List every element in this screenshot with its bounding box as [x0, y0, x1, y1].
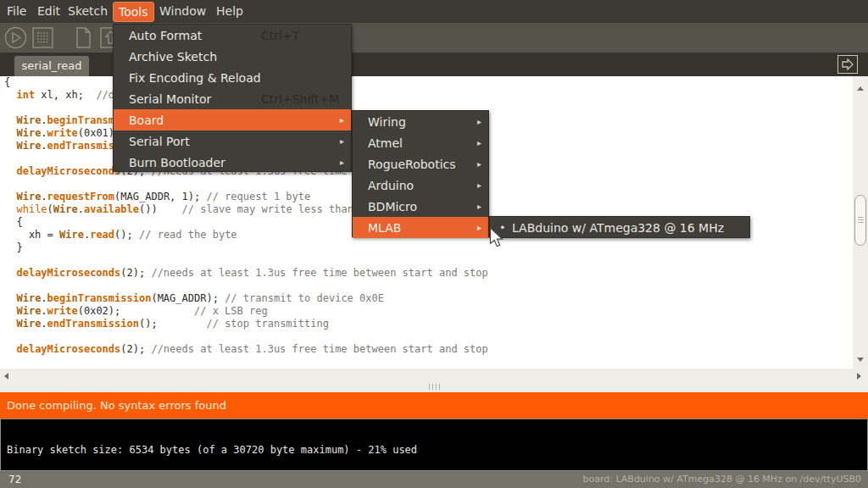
scroll-left-icon[interactable]: [4, 373, 8, 380]
menu-item-label: Serial Port: [129, 135, 190, 148]
menu-item-label: Archive Sketch: [129, 50, 217, 64]
code-line: [4, 280, 488, 292]
menu-item-label: Arduino: [368, 179, 414, 192]
tools-menu-item-serial-monitor[interactable]: Serial MonitorCtrl+Shift+M: [114, 88, 351, 109]
menubar-item-sketch[interactable]: Sketch: [68, 0, 108, 23]
submenu-arrow-icon: ▸: [477, 180, 481, 190]
code-line: Wire.write(0x02); // x LSB reg: [4, 305, 488, 318]
menu-item-label: Fix Encoding & Reload: [129, 71, 261, 85]
tools-menu: Auto FormatCtrl+TArchive SketchFix Encod…: [113, 24, 352, 172]
code-line: [4, 254, 488, 267]
menubar-item-window[interactable]: Window: [159, 0, 206, 23]
submenu-arrow-icon: ▸: [477, 159, 481, 169]
verify-icon: [4, 26, 27, 49]
scroll-down-icon[interactable]: [857, 358, 864, 362]
menu-item-label: Serial Monitor: [129, 92, 211, 106]
submenu-arrow-icon: ▸: [340, 115, 344, 125]
scroll-right-icon[interactable]: [857, 373, 861, 380]
submenu-arrow-icon: ▸: [477, 138, 481, 147]
menu-item-shortcut: Ctrl+T: [261, 29, 299, 42]
scroll-up-icon[interactable]: [857, 86, 864, 91]
menu-item-label: RogueRobotics: [368, 158, 456, 171]
menubar-item-file[interactable]: File: [7, 0, 26, 23]
tools-menu-item-burn-bootloader[interactable]: Burn Bootloader▸: [114, 152, 351, 173]
code-line: Wire.endTransmission(); // stop transmit…: [4, 318, 488, 330]
footer-status-bar: 72 board: LABduino w/ ATmega328 @ 16 MHz…: [0, 471, 868, 488]
submenu-arrow-icon: ▸: [477, 223, 481, 232]
menu-item-label: Wiring: [368, 115, 406, 129]
new-sketch-button[interactable]: [72, 26, 95, 49]
menubar-item-tools[interactable]: Tools: [113, 2, 154, 22]
board-submenu: Wiring▸Atmel▸RogueRobotics▸Arduino▸BDMic…: [352, 110, 489, 237]
board-menu-item-wiring[interactable]: Wiring▸: [353, 111, 488, 132]
mlab-submenu: •LABduino w/ ATmega328 @ 16 MHz: [489, 216, 750, 238]
tools-menu-item-board[interactable]: Board▸: [114, 109, 351, 130]
serial-monitor-icon: [838, 60, 857, 76]
menu-item-label: BDMicro: [368, 200, 417, 214]
serial-monitor-button[interactable]: [837, 55, 858, 74]
arduino-ide-window: FileEditSketchToolsWindowHelp: [0, 0, 868, 488]
submenu-arrow-icon: ▸: [340, 158, 344, 167]
new-file-icon: [72, 26, 95, 49]
code-line: }: [4, 241, 488, 254]
submenu-arrow-icon: ▸: [340, 136, 344, 146]
stop-icon: [31, 26, 54, 49]
menu-item-label: Atmel: [368, 136, 403, 150]
console-line: Binary sketch size: 6534 bytes (of a 307…: [7, 444, 417, 456]
board-port-status: board: LABduino w/ ATmega328 @ 16 MHz on…: [582, 471, 861, 488]
tools-menu-item-fix-encoding-reload[interactable]: Fix Encoding & Reload: [114, 67, 351, 88]
menu-item-label: LABduino w/ ATmega328 @ 16 MHz: [512, 221, 724, 235]
tools-menu-item-archive-sketch[interactable]: Archive Sketch: [114, 46, 351, 67]
mlab-menu-item-labduino-w-atmega328-16-mhz[interactable]: •LABduino w/ ATmega328 @ 16 MHz: [490, 217, 749, 238]
code-line: delayMicroseconds(2); //needs at least 1…: [4, 267, 488, 280]
current-line-number: 72: [8, 471, 21, 488]
tools-menu-item-serial-port[interactable]: Serial Port▸: [114, 130, 351, 152]
board-menu-item-bdmicro[interactable]: BDMicro▸: [353, 196, 488, 217]
vertical-scrollbar-thumb[interactable]: [854, 195, 866, 246]
menubar-item-edit[interactable]: Edit: [37, 0, 60, 23]
menubar: FileEditSketchToolsWindowHelp: [0, 0, 868, 23]
board-menu-item-atmel[interactable]: Atmel▸: [353, 132, 488, 153]
code-line: delayMicroseconds(2); //needs at least 1…: [4, 343, 488, 356]
stop-button[interactable]: [31, 26, 54, 49]
menu-item-shortcut: Ctrl+Shift+M: [261, 92, 339, 106]
board-menu-item-mlab[interactable]: MLAB▸: [353, 217, 488, 238]
menu-item-label: Burn Bootloader: [129, 156, 225, 169]
verify-button[interactable]: [4, 26, 27, 49]
menubar-item-help[interactable]: Help: [216, 0, 243, 23]
mouse-cursor: [489, 227, 504, 252]
splitter-grip[interactable]: [429, 384, 440, 390]
code-line: [4, 330, 488, 343]
tab-serial-read[interactable]: serial_read: [14, 56, 89, 76]
compile-status-message: Done compiling. No syntax errors found: [7, 392, 226, 419]
vertical-scrollbar[interactable]: [853, 76, 868, 369]
submenu-arrow-icon: ▸: [477, 117, 481, 126]
menu-item-label: Board: [129, 114, 164, 127]
tools-menu-item-auto-format[interactable]: Auto FormatCtrl+T: [114, 25, 351, 46]
menu-item-label: MLAB: [368, 221, 401, 235]
menu-item-label: Auto Format: [129, 29, 202, 42]
board-menu-item-arduino[interactable]: Arduino▸: [353, 175, 488, 196]
compile-status-bar: Done compiling. No syntax errors found: [0, 392, 868, 419]
console-output[interactable]: Binary sketch size: 6534 bytes (of a 307…: [0, 419, 868, 471]
code-line: Wire.beginTransmission(MAG_ADDR); // tra…: [4, 292, 488, 305]
submenu-arrow-icon: ▸: [477, 202, 481, 211]
horizontal-scrollbar[interactable]: [0, 369, 868, 392]
board-menu-item-roguerobotics[interactable]: RogueRobotics▸: [353, 153, 488, 175]
